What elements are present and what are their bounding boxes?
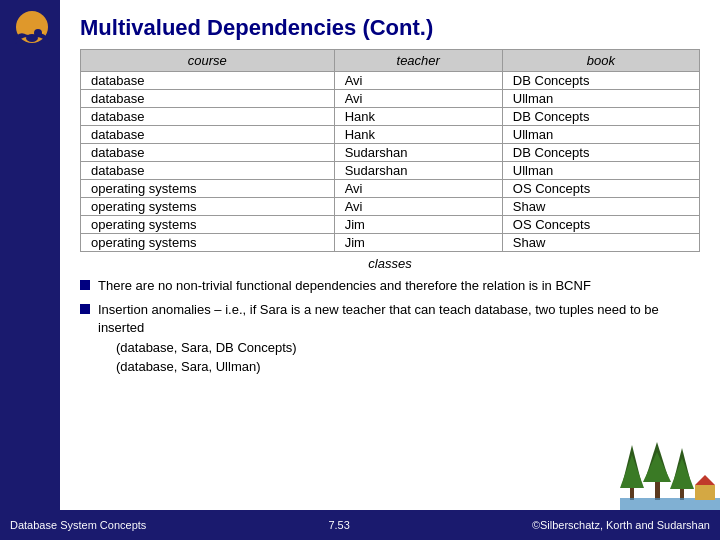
svg-point-2 <box>34 29 42 37</box>
cell-6-1: Avi <box>334 180 502 198</box>
cell-0-1: Avi <box>334 72 502 90</box>
bottom-bar: Database System Concepts 7.53 ©Silbersch… <box>0 510 720 540</box>
svg-marker-14 <box>695 475 715 485</box>
table-row: operating systemsJimOS Concepts <box>81 216 700 234</box>
cell-2-1: Hank <box>334 108 502 126</box>
decoration-area <box>620 440 720 510</box>
table-row: databaseAviUllman <box>81 90 700 108</box>
table-row: databaseHankDB Concepts <box>81 108 700 126</box>
cell-8-0: operating systems <box>81 216 335 234</box>
cell-3-0: database <box>81 126 335 144</box>
bullet-text-2: Insertion anomalies – i.e., if Sara is a… <box>98 301 700 376</box>
page-title: Multivalued Dependencies (Cont.) <box>80 15 700 41</box>
cell-7-1: Avi <box>334 198 502 216</box>
bullet-item-2: Insertion anomalies – i.e., if Sara is a… <box>80 301 700 376</box>
table-row: databaseHankUllman <box>81 126 700 144</box>
cell-5-2: Ullman <box>502 162 699 180</box>
table-row: databaseAviDB Concepts <box>81 72 700 90</box>
classes-label: classes <box>80 256 700 271</box>
cell-0-0: database <box>81 72 335 90</box>
svg-marker-11 <box>670 458 694 489</box>
bullet-item-1: There are no non-trivial functional depe… <box>80 277 700 295</box>
cell-4-1: Sudarshan <box>334 144 502 162</box>
cell-1-1: Avi <box>334 90 502 108</box>
cell-4-0: database <box>81 144 335 162</box>
cell-9-2: Shaw <box>502 234 699 252</box>
footer-left: Database System Concepts <box>10 519 146 531</box>
bullet-section: There are no non-trivial functional depe… <box>80 277 700 377</box>
table-row: databaseSudarshanDB Concepts <box>81 144 700 162</box>
indent-line-2: (database, Sara, Ullman) <box>116 357 700 377</box>
cell-9-1: Jim <box>334 234 502 252</box>
table-row: operating systemsAviOS Concepts <box>81 180 700 198</box>
col-header-course: course <box>81 50 335 72</box>
cell-2-0: database <box>81 108 335 126</box>
logo-area <box>5 5 60 69</box>
footer-center: 7.53 <box>328 519 349 531</box>
cell-6-0: operating systems <box>81 180 335 198</box>
svg-marker-5 <box>620 455 644 488</box>
cell-3-1: Hank <box>334 126 502 144</box>
cell-8-2: OS Concepts <box>502 216 699 234</box>
cell-7-0: operating systems <box>81 198 335 216</box>
col-header-teacher: teacher <box>334 50 502 72</box>
cell-9-0: operating systems <box>81 234 335 252</box>
cell-4-2: DB Concepts <box>502 144 699 162</box>
bullet-2-indent: (database, Sara, DB Concepts) (database,… <box>116 338 700 377</box>
bullet-2-main: Insertion anomalies – i.e., if Sara is a… <box>98 302 659 335</box>
col-header-book: book <box>502 50 699 72</box>
cell-0-2: DB Concepts <box>502 72 699 90</box>
bullet-text-1: There are no non-trivial functional depe… <box>98 277 700 295</box>
dependency-table: course teacher book databaseAviDB Concep… <box>80 49 700 252</box>
cell-7-2: Shaw <box>502 198 699 216</box>
main-content: Multivalued Dependencies (Cont.) course … <box>60 0 720 510</box>
cell-3-2: Ullman <box>502 126 699 144</box>
cell-1-2: Ullman <box>502 90 699 108</box>
cell-8-1: Jim <box>334 216 502 234</box>
cell-6-2: OS Concepts <box>502 180 699 198</box>
bullet-square-1 <box>80 280 90 290</box>
cell-1-0: database <box>81 90 335 108</box>
footer-right: ©Silberschatz, Korth and Sudarshan <box>532 519 710 531</box>
cell-5-0: database <box>81 162 335 180</box>
table-row: operating systemsAviShaw <box>81 198 700 216</box>
left-strip <box>0 0 60 510</box>
svg-rect-13 <box>695 485 715 500</box>
cell-5-1: Sudarshan <box>334 162 502 180</box>
cell-2-2: DB Concepts <box>502 108 699 126</box>
svg-marker-8 <box>643 452 671 482</box>
indent-line-1: (database, Sara, DB Concepts) <box>116 338 700 358</box>
table-row: databaseSudarshanUllman <box>81 162 700 180</box>
table-row: operating systemsJimShaw <box>81 234 700 252</box>
bullet-square-2 <box>80 304 90 314</box>
